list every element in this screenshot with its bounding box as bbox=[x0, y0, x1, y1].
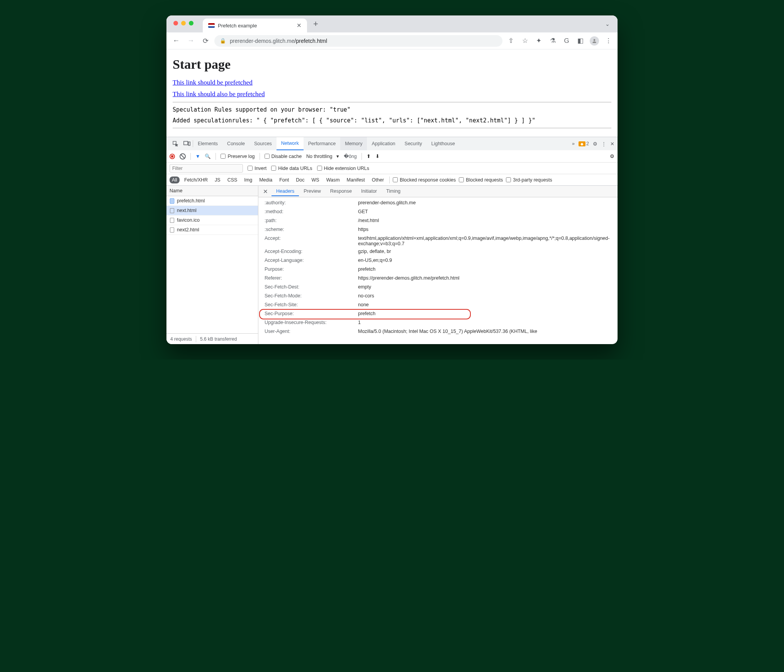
type-filter-ws[interactable]: WS bbox=[309, 176, 321, 183]
close-tab-icon[interactable]: ✕ bbox=[297, 22, 302, 29]
maximize-window-icon[interactable] bbox=[189, 21, 193, 25]
browser-window: Prefetch example ✕ + ⌄ ← → ⟳ 🔒 prerender… bbox=[166, 15, 618, 344]
search-icon[interactable]: 🔍 bbox=[205, 153, 211, 159]
record-button[interactable] bbox=[170, 154, 175, 159]
invert-checkbox[interactable]: Invert bbox=[248, 166, 266, 171]
browser-tab[interactable]: Prefetch example ✕ bbox=[203, 19, 307, 32]
titlebar: Prefetch example ✕ + ⌄ bbox=[166, 15, 618, 32]
devtools-menu-icon[interactable]: ⋮ bbox=[601, 141, 606, 147]
profile-button[interactable] bbox=[589, 36, 600, 46]
devtools-tab-elements[interactable]: Elements bbox=[193, 137, 222, 150]
address-bar[interactable]: 🔒 prerender-demos.glitch.me/prefetch.htm… bbox=[214, 35, 502, 47]
hide-extension-urls-checkbox[interactable]: Hide extension URLs bbox=[317, 166, 369, 171]
google-icon[interactable]: G bbox=[561, 37, 572, 45]
side-panel-icon[interactable]: ◧ bbox=[575, 37, 586, 45]
hide-data-urls-checkbox[interactable]: Hide data URLs bbox=[271, 166, 312, 171]
svg-rect-2 bbox=[184, 141, 188, 145]
header-row: :method:GET bbox=[258, 208, 618, 217]
network-conditions-icon[interactable]: �ông bbox=[344, 153, 357, 159]
forward-button[interactable]: → bbox=[185, 37, 197, 45]
minimize-window-icon[interactable] bbox=[181, 21, 186, 25]
prefetch-link-2[interactable]: This link should also be prefetched bbox=[173, 90, 265, 98]
page-content: Start page This link should be prefetche… bbox=[166, 49, 618, 137]
devtools-tab-lighthouse[interactable]: Lighthouse bbox=[427, 137, 460, 150]
third-party-checkbox[interactable]: 3rd-party requests bbox=[506, 177, 552, 183]
type-filter-font[interactable]: Font bbox=[277, 176, 291, 183]
more-tabs-icon[interactable]: » bbox=[572, 141, 575, 146]
prefetch-link-1[interactable]: This link should be prefetched bbox=[173, 79, 253, 86]
reload-button[interactable]: ⟳ bbox=[200, 37, 211, 45]
type-filter-media[interactable]: Media bbox=[257, 176, 275, 183]
type-filter-all[interactable]: All bbox=[170, 176, 180, 183]
close-devtools-icon[interactable]: ✕ bbox=[610, 141, 614, 147]
labs-icon[interactable]: ⚗ bbox=[547, 37, 558, 45]
device-icon[interactable] bbox=[181, 141, 193, 146]
header-row: Sec-Fetch-Dest:empty bbox=[258, 283, 618, 292]
type-filter-other[interactable]: Other bbox=[370, 176, 386, 183]
export-har-icon[interactable]: ⬇ bbox=[375, 153, 380, 159]
devtools-panel: ElementsConsoleSourcesNetworkPerformance… bbox=[166, 137, 618, 344]
type-filter-img[interactable]: Img bbox=[242, 176, 255, 183]
type-filter-fetch-xhr[interactable]: Fetch/XHR bbox=[182, 176, 210, 183]
blocked-requests-checkbox[interactable]: Blocked requests bbox=[459, 177, 503, 183]
menu-icon[interactable]: ⋮ bbox=[603, 37, 614, 45]
clear-button[interactable] bbox=[180, 153, 186, 160]
header-row: Sec-Purpose:prefetch bbox=[258, 310, 618, 319]
type-filter-js[interactable]: JS bbox=[212, 176, 223, 183]
detail-tab-preview[interactable]: Preview bbox=[299, 187, 325, 196]
devtools-tab-security[interactable]: Security bbox=[400, 137, 427, 150]
devtools-tabs: ElementsConsoleSourcesNetworkPerformance… bbox=[166, 137, 618, 150]
devtools-tab-application[interactable]: Application bbox=[367, 137, 400, 150]
tab-title: Prefetch example bbox=[218, 23, 294, 29]
import-har-icon[interactable]: ⬆ bbox=[367, 153, 371, 159]
back-button[interactable]: ← bbox=[170, 37, 182, 45]
request-list-header: Name bbox=[166, 186, 258, 196]
close-detail-icon[interactable]: ✕ bbox=[261, 188, 270, 195]
new-tab-button[interactable]: + bbox=[307, 19, 324, 29]
detail-tab-response[interactable]: Response bbox=[326, 187, 356, 196]
network-settings-icon[interactable]: ⚙ bbox=[610, 153, 614, 159]
request-row[interactable]: next2.html bbox=[166, 225, 258, 235]
favicon-icon bbox=[208, 23, 215, 28]
close-window-icon[interactable] bbox=[173, 21, 178, 25]
blocked-cookies-checkbox[interactable]: Blocked response cookies bbox=[393, 177, 456, 183]
type-filter-css[interactable]: CSS bbox=[225, 176, 240, 183]
throttling-select[interactable]: No throttling ▾ bbox=[306, 153, 339, 159]
header-row: Purpose:prefetch bbox=[258, 265, 618, 274]
type-filter-doc[interactable]: Doc bbox=[294, 176, 307, 183]
type-filter-wasm[interactable]: Wasm bbox=[324, 176, 342, 183]
headers-list: :authority:prerender-demos.glitch.me:met… bbox=[258, 197, 618, 338]
share-icon[interactable]: ⇧ bbox=[506, 37, 516, 45]
request-row[interactable]: prefetch.html bbox=[166, 196, 258, 206]
devtools-tab-performance[interactable]: Performance bbox=[304, 137, 341, 150]
type-filter-row: AllFetch/XHRJSCSSImgMediaFontDocWSWasmMa… bbox=[166, 174, 618, 186]
devtools-tab-memory[interactable]: Memory bbox=[340, 137, 367, 150]
devtools-tab-console[interactable]: Console bbox=[222, 137, 249, 150]
disable-cache-checkbox[interactable]: Disable cache bbox=[265, 154, 302, 159]
request-detail: ✕ HeadersPreviewResponseInitiatorTiming … bbox=[258, 186, 618, 344]
devtools-tab-sources[interactable]: Sources bbox=[249, 137, 277, 150]
filter-icon[interactable]: ▼ bbox=[195, 154, 200, 159]
browser-toolbar: ← → ⟳ 🔒 prerender-demos.glitch.me/prefet… bbox=[166, 32, 618, 49]
detail-tab-headers[interactable]: Headers bbox=[272, 187, 299, 196]
network-split-view: Name prefetch.htmlnext.htmlfavicon.icone… bbox=[166, 186, 618, 344]
extensions-icon[interactable]: ✦ bbox=[533, 37, 544, 45]
speculation-rules-text: Added speculationrules: " { "prefetch": … bbox=[173, 117, 611, 124]
detail-tab-timing[interactable]: Timing bbox=[382, 187, 405, 196]
preserve-log-checkbox[interactable]: Preserve log bbox=[221, 154, 255, 159]
type-filter-manifest[interactable]: Manifest bbox=[344, 176, 367, 183]
header-row: Sec-Fetch-Site:none bbox=[258, 301, 618, 310]
request-row[interactable]: favicon.ico bbox=[166, 216, 258, 225]
devtools-tab-network[interactable]: Network bbox=[277, 137, 304, 150]
settings-icon[interactable]: ⚙ bbox=[593, 141, 597, 147]
transferred-size: 5.6 kB transferred bbox=[200, 336, 237, 342]
tabs-dropdown-icon[interactable]: ⌄ bbox=[597, 21, 618, 27]
bookmark-icon[interactable]: ☆ bbox=[519, 37, 530, 45]
warning-badge[interactable]: ◆ bbox=[579, 141, 585, 146]
filter-input[interactable] bbox=[170, 164, 243, 173]
page-heading: Start page bbox=[173, 57, 611, 72]
inspect-icon[interactable] bbox=[170, 141, 181, 147]
svg-rect-3 bbox=[188, 142, 190, 146]
request-row[interactable]: next.html bbox=[166, 206, 258, 216]
detail-tab-initiator[interactable]: Initiator bbox=[356, 187, 382, 196]
